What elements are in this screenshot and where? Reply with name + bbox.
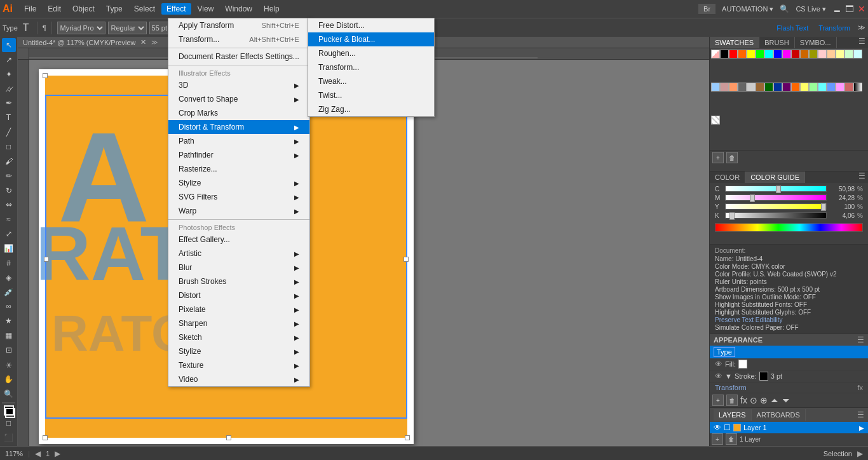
swatches-tab[interactable]: SWATCHES [710, 37, 759, 48]
brush-strokes-item[interactable]: Brush Strokes▶ [168, 274, 309, 288]
artboards-tab[interactable]: ARTBOARDS [752, 409, 806, 421]
transform-item[interactable]: Transform... Alt+Shift+Ctrl+E [168, 32, 309, 46]
y-slider-thumb[interactable] [821, 203, 826, 211]
del-appear-btn[interactable]: 🗑 [726, 395, 738, 406]
svg-filters-item[interactable]: SVG Filters▶ [168, 190, 309, 204]
doc-raster-item[interactable]: Document Raster Effects Settings... [168, 50, 309, 64]
distort-transform-item[interactable]: Distort & Transform▶ [168, 120, 309, 134]
swatch-green[interactable] [756, 50, 764, 58]
mesh-tool[interactable]: # [2, 256, 16, 270]
layer-lock-icon[interactable]: ☐ [724, 423, 731, 432]
panel-menu-icon[interactable]: ☰ [856, 37, 868, 48]
menu-type[interactable]: Type [101, 3, 128, 15]
swatch-lightyellow2[interactable] [800, 83, 809, 91]
symbols-tab[interactable]: SYMBO... [795, 37, 837, 48]
menu-object[interactable]: Object [67, 3, 100, 15]
swatch-yellow[interactable] [747, 50, 756, 58]
swatch-gray[interactable] [738, 83, 747, 91]
swatch-orange2[interactable] [791, 83, 800, 91]
twist-item[interactable]: Twist... [308, 88, 434, 102]
fill-eye-icon[interactable]: 👁 [715, 360, 722, 369]
layers-menu-icon[interactable]: ☰ [857, 410, 864, 419]
transform2-item[interactable]: Transform... [308, 60, 434, 74]
artistic-item[interactable]: Artistic▶ [168, 247, 309, 260]
distort-item[interactable]: Distort▶ [168, 288, 309, 302]
color-spectrum[interactable] [715, 223, 863, 232]
swatch-purple[interactable] [782, 83, 791, 91]
m-slider-track[interactable] [725, 194, 827, 201]
warp-item[interactable]: Warp▶ [168, 204, 309, 218]
rotate-tool[interactable]: ↻ [2, 184, 16, 198]
bridge-btn[interactable]: Br [698, 4, 715, 14]
swatch-red[interactable] [729, 50, 738, 58]
new-appear-btn[interactable]: + [712, 395, 724, 406]
sketch-item[interactable]: Sketch▶ [168, 330, 309, 344]
menu-view[interactable]: View [193, 3, 219, 15]
effect-gallery-item[interactable]: Effect Gallery... [168, 233, 309, 247]
menu-edit[interactable]: Edit [43, 3, 66, 15]
swatch-lightmagenta[interactable] [836, 83, 844, 91]
close-btn[interactable]: ✕ [858, 4, 865, 14]
prev-page-btn[interactable]: ◀ [35, 449, 41, 458]
status-arrow-btn[interactable]: ▶ [857, 449, 863, 458]
swatch-magenta[interactable] [782, 50, 791, 58]
3d-item[interactable]: 3D▶ [168, 78, 309, 92]
menu-effect[interactable]: Effect [161, 3, 191, 15]
layer-eye-icon[interactable]: 👁 [714, 423, 721, 432]
rect-tool[interactable]: □ [2, 140, 16, 154]
swatch-orange[interactable] [738, 50, 747, 58]
paintbrush-tool[interactable]: 🖌 [2, 154, 16, 168]
k-slider-track[interactable] [725, 212, 827, 219]
scale-tool[interactable]: ⤢ [2, 227, 16, 241]
menu-help[interactable]: Help [259, 3, 285, 15]
handle-br[interactable] [405, 435, 410, 440]
handle-tl[interactable] [43, 73, 48, 78]
slice-tool[interactable]: ⚹ [2, 358, 16, 372]
swatch-mint[interactable] [809, 83, 818, 91]
swatch-brown[interactable] [756, 83, 764, 91]
del-swatch-btn[interactable]: 🗑 [726, 152, 738, 163]
k-slider-thumb[interactable] [729, 212, 735, 220]
pucker-bloat-item[interactable]: Pucker & Bloat... [308, 32, 434, 46]
fill-color-swatch[interactable] [738, 360, 747, 369]
stroke-color-swatch[interactable] [759, 372, 768, 381]
apply-transform-item[interactable]: Apply Transform Shift+Ctrl+E [168, 18, 309, 32]
lasso-tool[interactable]: ⌭ [2, 82, 16, 96]
cslive-btn[interactable]: CS Live ▾ [796, 5, 826, 13]
up-appear-btn[interactable]: ⏶ [770, 395, 779, 405]
swatch-olive[interactable] [809, 50, 818, 58]
graph-tool[interactable]: 📊 [2, 241, 16, 255]
hand-tool[interactable]: ✋ [2, 372, 16, 386]
menu-select[interactable]: Select [129, 3, 160, 15]
font-style-select[interactable]: Regular [108, 22, 147, 34]
tweak-item[interactable]: Tweak... [308, 74, 434, 88]
swatch-rosewood[interactable] [720, 83, 729, 91]
swatch-gradient[interactable] [853, 83, 862, 91]
pen-tool[interactable]: ✒ [2, 96, 16, 110]
doc-preserve-text[interactable]: Preserve Text Editability [715, 316, 863, 323]
swatch-darkorange[interactable] [800, 50, 809, 58]
automation-btn[interactable]: AUTOMATION ▾ [722, 5, 773, 13]
maximize-btn[interactable]: 🗖 [845, 4, 854, 14]
zoom-tool[interactable]: 🔍 [2, 387, 16, 401]
normal-mode-btn[interactable]: □ [2, 416, 16, 430]
pathfinder-item[interactable]: Pathfinder▶ [168, 148, 309, 162]
selection-tool[interactable]: ↖ [2, 38, 16, 52]
brush-tab[interactable]: BRUSH [759, 37, 795, 48]
stroke-eye-icon[interactable]: 👁 [715, 372, 722, 381]
direct-selection-tool[interactable]: ↗ [2, 53, 16, 67]
swatch-lightblue[interactable] [711, 83, 720, 91]
swatch-lightgreen[interactable] [844, 50, 853, 58]
doc-close-btn[interactable]: ✕ [140, 38, 146, 46]
swatch-lightpink[interactable] [818, 50, 827, 58]
warp-tool[interactable]: ≈ [2, 212, 16, 226]
fx-add-btn[interactable]: fx [740, 395, 747, 405]
texture-item[interactable]: Texture▶ [168, 358, 309, 372]
eyedropper-tool[interactable]: 💉 [2, 285, 16, 299]
gradient-tool[interactable]: ◈ [2, 271, 16, 285]
mirror-tool[interactable]: ⇔ [2, 198, 16, 212]
menu-file[interactable]: File [19, 3, 41, 15]
swatch-salmon[interactable] [729, 83, 738, 91]
swatch-dustyrose[interactable] [844, 83, 853, 91]
y-slider-track[interactable] [725, 203, 827, 210]
